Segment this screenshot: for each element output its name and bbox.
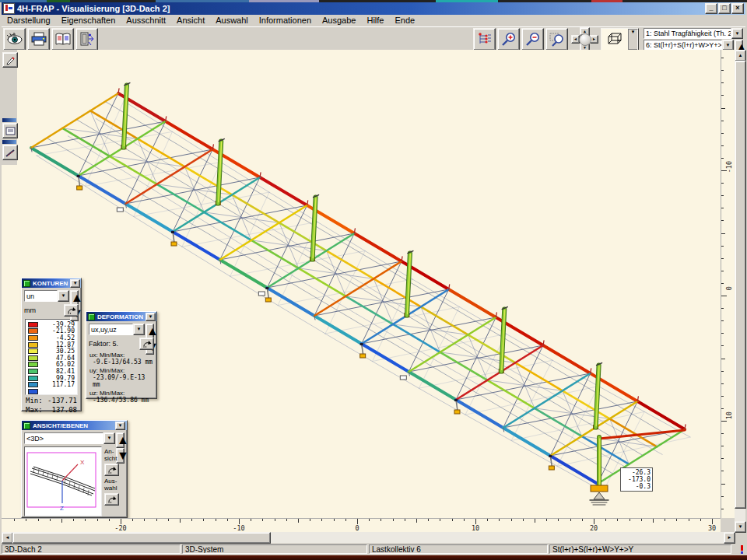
zoom-in-button[interactable] (497, 28, 520, 51)
panel-deformation[interactable]: DEFORMATION ▼ ux,uy,uz ▼ ▲ ▼ Faktor: 5. (86, 311, 157, 399)
menu-item[interactable]: Auswahl (210, 15, 254, 26)
ruler-tick (191, 519, 192, 521)
book-icon (55, 33, 71, 46)
view-plane-value: <3D> (24, 432, 103, 444)
deformation-row-value: -136.4/53.86 mm (89, 397, 153, 404)
konturen-spin-up[interactable]: ▲ (70, 290, 79, 306)
ruler-tick (712, 519, 713, 524)
ruler-tick (721, 396, 724, 397)
ruler-tick (535, 519, 535, 523)
scroll-down-button[interactable]: ▼ (735, 521, 746, 533)
statusbar: 3D-Dach 23D-SystemLastkollektiv 6St(l+r)… (2, 544, 745, 555)
pan-center-knob[interactable] (579, 33, 591, 46)
pan-control[interactable]: ▲ ▼ ◄ ► (571, 27, 598, 51)
scroll-up-button[interactable]: ▲ (735, 50, 746, 61)
close-button[interactable]: × (731, 3, 744, 14)
ruler-tick (156, 519, 157, 521)
view-cube-button[interactable]: ▼ (601, 28, 639, 51)
view-plane-spin-up[interactable]: ▲ (116, 432, 124, 448)
deformation-apply-button[interactable] (139, 338, 154, 350)
ruler-tick (475, 519, 476, 524)
ruler-tick (721, 108, 725, 109)
docked-panel-button-2[interactable] (2, 145, 18, 160)
ruler-tick (38, 519, 39, 521)
view-plane-select[interactable]: <3D> ▼ (24, 432, 115, 444)
zoom-out-button[interactable] (521, 28, 544, 51)
ruler-tick (464, 519, 465, 521)
panel-ansicht-collapse-button[interactable]: ▼ (115, 422, 125, 430)
structure-tree-icon (477, 32, 493, 46)
ruler-tick (721, 296, 727, 296)
vertical-scrollbar[interactable]: ▲ ▼ (735, 50, 745, 532)
exit-button[interactable] (75, 28, 98, 51)
legend-row: -4.52 (28, 334, 75, 341)
menu-item[interactable]: Informationen (254, 15, 317, 26)
titlebar[interactable]: 4H-FRAP - Visualisierung [3D-Dach 2] _ □… (2, 2, 745, 15)
horizontal-scroll-thumb[interactable] (12, 532, 271, 544)
menu-item[interactable]: Ausgabe (317, 15, 361, 26)
scroll-left-button[interactable]: ◄ (2, 532, 13, 544)
konturen-quantity-select[interactable]: un ▼ (24, 290, 69, 302)
deformation-row-value: -23.09/-9.E-13 mm (89, 374, 153, 388)
panel-icon (23, 280, 30, 287)
ruler-tick (721, 421, 727, 422)
view-plane-arrow[interactable]: ▼ (103, 432, 115, 444)
deformation-spin-up[interactable]: ▲ (146, 324, 154, 339)
konturen-quantity-arrow[interactable]: ▼ (58, 290, 69, 302)
deformation-row-label: ux: Min/Max: (89, 352, 153, 359)
docked-panel-button-1[interactable] (2, 123, 18, 138)
ruler-tick (570, 519, 571, 521)
ruler-tick (721, 471, 724, 471)
view-cube-dropdown[interactable]: ▼ (628, 29, 638, 51)
panel-deformation-collapse-button[interactable]: ▼ (146, 313, 156, 321)
status-alert-icon[interactable] (738, 545, 745, 554)
ruler-tick (558, 519, 559, 521)
view-settings-button[interactable] (3, 28, 26, 51)
panel-konturen-titlebar[interactable]: KONTUREN ▼ (22, 278, 81, 288)
scroll-right-button[interactable]: ► (724, 532, 735, 544)
ruler-tick (452, 519, 453, 521)
menu-item[interactable]: Darstellung (2, 15, 56, 26)
panel-ansicht[interactable]: ANSICHT/EBENEN ▼ <3D> ▼ ▲ ▼ (21, 420, 128, 518)
konturen-quantity-value: un (24, 290, 58, 302)
menu-item[interactable]: Ende (389, 15, 420, 26)
menu-item[interactable]: Eigenschaften (56, 15, 121, 26)
ruler-tick (357, 519, 358, 524)
report-button[interactable] (51, 28, 74, 51)
print-button[interactable] (27, 28, 50, 51)
docked-panel-grip[interactable] (2, 140, 16, 144)
minimize-button[interactable]: _ (705, 3, 717, 14)
ruler-tick (582, 519, 583, 521)
deformation-component-select[interactable]: ux,uy,uz ▼ (89, 324, 145, 335)
view-preview[interactable]: X Z (24, 446, 102, 516)
horizontal-scrollbar[interactable]: ◄ ► (2, 532, 735, 543)
zoom-window-button[interactable] (545, 28, 568, 51)
ruler-tick (605, 519, 606, 521)
edit-mode-button[interactable] (2, 52, 18, 68)
view-cube-icon (601, 29, 628, 50)
vertical-scroll-thumb[interactable] (735, 61, 746, 509)
auswahl-apply-button[interactable] (104, 493, 119, 506)
deformation-component-arrow[interactable]: ▼ (133, 324, 145, 335)
ruler-tick (641, 519, 642, 521)
viewport-3d[interactable]: -26.3 -173.0 -0.3 KONTUREN ▼ un ▼ ▲ ▼ mm (2, 50, 721, 518)
panel-konturen[interactable]: KONTUREN ▼ un ▼ ▲ ▼ mm (21, 278, 82, 411)
structure-tree-button[interactable] (473, 28, 496, 51)
panel-ansicht-titlebar[interactable]: ANSICHT/EBENEN ▼ (22, 421, 127, 430)
konturen-apply-button[interactable] (64, 304, 79, 317)
loadcase-select[interactable]: 6: St(l+r)+S(l+r)+W>Y+>Y ▼ ▲ ▼ (644, 40, 743, 51)
maximize-button[interactable]: □ (718, 3, 731, 14)
loadcase-arrow[interactable]: ▼ (722, 40, 734, 51)
menu-item[interactable]: Ansicht (171, 15, 210, 26)
ruler-tick (251, 519, 251, 521)
menu-item[interactable]: Ausschnitt (121, 15, 171, 26)
menu-item[interactable]: Hilfe (361, 15, 389, 26)
docked-panel-grip[interactable] (2, 118, 16, 122)
legend-swatch (28, 382, 38, 387)
panel-konturen-collapse-button[interactable]: ▼ (70, 279, 80, 288)
result-type-select[interactable]: 1: Stahl Tragfähigkeit (Th. 2. O ▼ (644, 28, 743, 39)
panel-deformation-titlebar[interactable]: DEFORMATION ▼ (86, 312, 156, 321)
apply-arrow-icon (142, 340, 152, 348)
ansicht-apply-button[interactable] (104, 464, 119, 476)
result-type-arrow[interactable]: ▼ (731, 28, 743, 39)
